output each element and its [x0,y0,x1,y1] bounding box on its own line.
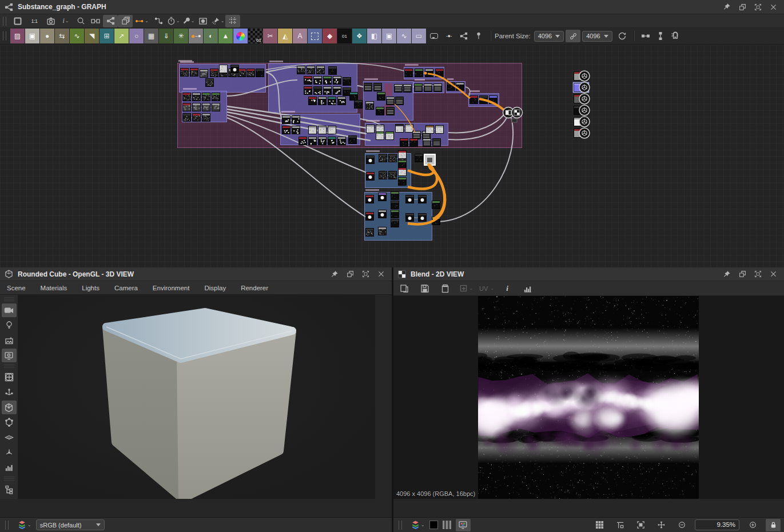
shape-node-button[interactable]: ○ [129,29,144,43]
screenshot-button[interactable] [43,15,58,27]
blur-node-button[interactable]: ● [40,29,54,43]
link-io-button[interactable] [88,15,103,27]
parent-width-select[interactable]: 4096 [534,31,564,42]
guides-toggle-button[interactable] [612,519,627,531]
menu-materials[interactable]: Materials [41,285,67,291]
curve-fx-node-button[interactable]: ∿ [397,29,411,43]
scatter-node-button[interactable]: ✳ [174,29,188,43]
compute-time-button[interactable]: ⌄ [166,15,181,27]
ambient-occlusion-node-button[interactable]: ◐ [204,29,218,43]
actual-size-button[interactable]: 1:1 [25,15,43,27]
float-window-icon[interactable] [739,3,746,11]
close-icon[interactable] [770,3,777,11]
tools-button[interactable]: ⌄ [181,15,196,27]
color-managed-display-button[interactable] [456,519,471,531]
grid-toggle-button[interactable] [592,519,607,531]
align-nodes-vertical-button[interactable] [653,30,668,42]
fit-view-button[interactable] [633,519,648,531]
blend-node-button[interactable]: ●–● [189,29,203,43]
scene-tree-button[interactable] [2,483,17,497]
snap-magnet-button[interactable] [668,30,683,42]
hsl-node-button[interactable] [233,29,248,43]
crop-node-button[interactable] [308,29,322,43]
pin-node-button[interactable] [471,30,486,42]
comment-button[interactable] [427,30,441,42]
reset-size-button[interactable] [615,30,630,42]
transform-axes-button[interactable] [2,385,17,399]
clean-graph-button[interactable]: ⌄ [210,15,225,27]
directional-blur-node-button[interactable]: ◥ [85,29,99,43]
curve-edit-node-button[interactable]: ✂ [263,29,277,43]
view2d-title-bar[interactable]: Blend - 2D VIEW [393,267,784,281]
float-window-icon[interactable] [739,270,746,278]
statusbar-drag-handle[interactable] [399,521,402,530]
menu-camera[interactable]: Camera [114,285,138,291]
snap-grid-button[interactable] [225,15,240,27]
link-style-button[interactable]: ⌄ [133,15,151,27]
channels-layers-button[interactable]: ⌄ [411,520,425,530]
environment-tool-button[interactable] [2,334,17,347]
view2d-canvas-area[interactable]: 4096 x 4096 (RGBA, 16bpc) [393,296,784,499]
mirror-node-button[interactable]: ◭ [278,29,292,43]
channel-shuffle-node-button[interactable]: ⇆ [55,29,69,43]
menu-lights[interactable]: Lights [82,285,100,291]
square-fx-node-button[interactable]: ▣ [382,29,396,43]
pan-mode-button[interactable] [654,519,668,531]
zoom-level-input[interactable]: 9.35% [695,519,739,530]
maximize-icon[interactable] [362,270,369,278]
node-toolbar-drag-handle[interactable] [3,31,6,41]
parent-height-select[interactable]: 4096 [582,31,612,42]
link-size-button[interactable] [566,30,580,42]
light-tool-button[interactable] [2,318,17,332]
rail-grip[interactable] [4,364,14,369]
mesh-cube-button[interactable] [2,401,17,414]
menu-display[interactable]: Display [204,285,226,291]
turbine-button[interactable] [2,446,17,459]
gradient-map-node-button[interactable]: 01 [248,29,262,43]
stack-view-button[interactable] [118,15,133,27]
colorspace-layers-button[interactable]: ⌄ [17,520,31,530]
histogram-button[interactable] [520,282,535,295]
link-nodes-horizontal-button[interactable] [638,30,653,42]
transform-mode-button[interactable]: ⌄ [459,282,473,295]
menu-renderer[interactable]: Renderer [241,285,268,291]
bitmap-node-button[interactable]: ▨ [10,29,25,43]
view3d-title-bar[interactable]: Rounded Cube - OpenGL - 3D VIEW [0,267,392,281]
copy-image-button[interactable] [438,282,453,295]
menu-environment[interactable]: Environment [153,285,190,291]
pin-icon[interactable] [331,270,339,278]
uniform-color-node-button[interactable]: ▣ [25,29,39,43]
info-button[interactable]: i⌄ [58,15,73,27]
text-node-button[interactable]: A [293,29,307,43]
tile-sampler-node-button[interactable]: ▦ [144,29,158,43]
thumbnail-mode-button[interactable] [196,15,210,27]
viewport-3d[interactable] [18,295,375,499]
plane-mesh-button[interactable] [2,431,17,445]
transformation-node-button[interactable]: ⊞ [100,29,114,43]
rail-grip[interactable] [4,297,14,302]
node-graph-canvas[interactable] [0,45,784,267]
tiling-mode-button[interactable] [443,521,451,529]
image-info-button[interactable]: i [500,282,515,295]
lock-zoom-button[interactable] [766,519,781,531]
export-image-button[interactable] [397,282,412,295]
subgraph-button[interactable] [456,30,471,42]
statistics-button[interactable] [2,461,17,474]
maximize-icon[interactable] [754,3,762,11]
connector-style-button[interactable] [151,15,166,27]
rail-grip[interactable] [4,477,14,481]
background-color-swatch[interactable] [429,521,438,529]
colorspace-select[interactable]: sRGB (default) [36,519,105,530]
save-image-button[interactable] [417,282,432,295]
mesh-vertices-button[interactable] [2,415,17,429]
menu-scene[interactable]: Scene [7,285,26,291]
directional-warp-node-button[interactable]: ↗ [114,29,129,43]
graph-view-button[interactable] [103,15,118,27]
gradient-fx-node-button[interactable]: ◧ [367,29,381,43]
dot-node-button[interactable]: -●- [441,30,456,42]
histogram-node-button[interactable]: ▲ [218,29,233,43]
texture-preview-image[interactable] [478,296,699,499]
pin-icon[interactable] [723,270,731,278]
graph-canvas-area[interactable] [0,45,784,267]
search-button[interactable] [73,15,88,27]
